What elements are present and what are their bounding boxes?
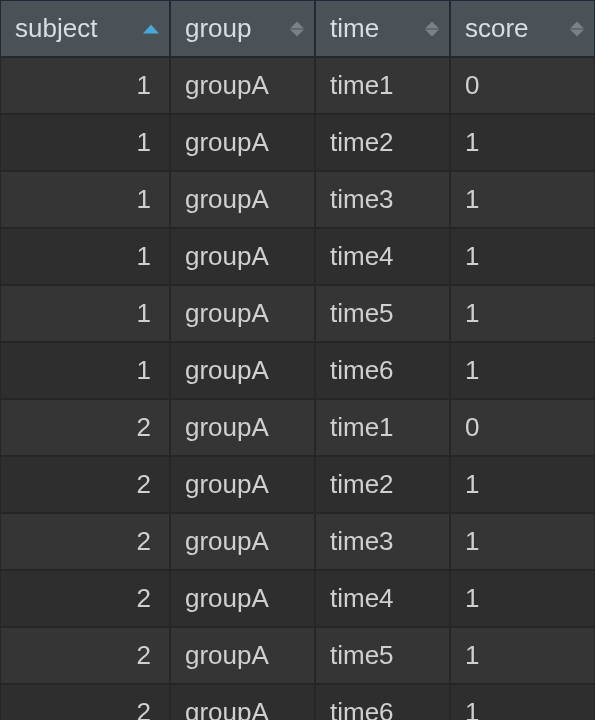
sort-icon [290, 21, 304, 36]
table-row[interactable]: 1groupAtime51 [0, 285, 595, 342]
cell-time[interactable]: time4 [315, 570, 450, 627]
sort-up-icon [425, 21, 439, 28]
sort-down-icon [290, 29, 304, 36]
cell-subject[interactable]: 2 [0, 684, 170, 720]
column-header-score[interactable]: score [450, 0, 595, 57]
cell-score[interactable]: 0 [450, 399, 595, 456]
cell-time[interactable]: time1 [315, 399, 450, 456]
cell-time[interactable]: time3 [315, 513, 450, 570]
sort-up-icon [290, 21, 304, 28]
column-label: subject [15, 13, 97, 43]
cell-group[interactable]: groupA [170, 627, 315, 684]
table-header-row: subject group time score [0, 0, 595, 57]
cell-group[interactable]: groupA [170, 456, 315, 513]
column-label: group [185, 13, 252, 43]
cell-subject[interactable]: 1 [0, 57, 170, 114]
cell-score[interactable]: 1 [450, 285, 595, 342]
sort-icon [570, 21, 584, 36]
cell-score[interactable]: 0 [450, 57, 595, 114]
cell-subject[interactable]: 1 [0, 228, 170, 285]
sort-up-icon [570, 21, 584, 28]
cell-time[interactable]: time5 [315, 285, 450, 342]
cell-group[interactable]: groupA [170, 114, 315, 171]
column-header-subject[interactable]: subject [0, 0, 170, 57]
cell-group[interactable]: groupA [170, 57, 315, 114]
cell-group[interactable]: groupA [170, 570, 315, 627]
cell-score[interactable]: 1 [450, 342, 595, 399]
cell-time[interactable]: time2 [315, 114, 450, 171]
sort-icon [425, 21, 439, 36]
cell-group[interactable]: groupA [170, 171, 315, 228]
cell-subject[interactable]: 1 [0, 114, 170, 171]
cell-subject[interactable]: 2 [0, 627, 170, 684]
table-row[interactable]: 1groupAtime31 [0, 171, 595, 228]
column-header-group[interactable]: group [170, 0, 315, 57]
cell-group[interactable]: groupA [170, 228, 315, 285]
cell-group[interactable]: groupA [170, 399, 315, 456]
column-label: score [465, 13, 529, 43]
cell-group[interactable]: groupA [170, 285, 315, 342]
table-row[interactable]: 1groupAtime21 [0, 114, 595, 171]
cell-time[interactable]: time1 [315, 57, 450, 114]
cell-time[interactable]: time3 [315, 171, 450, 228]
cell-time[interactable]: time4 [315, 228, 450, 285]
cell-score[interactable]: 1 [450, 114, 595, 171]
cell-time[interactable]: time2 [315, 456, 450, 513]
table-row[interactable]: 2groupAtime41 [0, 570, 595, 627]
cell-time[interactable]: time6 [315, 684, 450, 720]
cell-group[interactable]: groupA [170, 342, 315, 399]
column-header-time[interactable]: time [315, 0, 450, 57]
table-row[interactable]: 2groupAtime61 [0, 684, 595, 720]
table-row[interactable]: 2groupAtime31 [0, 513, 595, 570]
cell-subject[interactable]: 2 [0, 570, 170, 627]
cell-group[interactable]: groupA [170, 684, 315, 720]
cell-subject[interactable]: 1 [0, 171, 170, 228]
table-row[interactable]: 1groupAtime61 [0, 342, 595, 399]
cell-score[interactable]: 1 [450, 570, 595, 627]
cell-score[interactable]: 1 [450, 171, 595, 228]
cell-subject[interactable]: 1 [0, 285, 170, 342]
cell-score[interactable]: 1 [450, 456, 595, 513]
table-row[interactable]: 1groupAtime10 [0, 57, 595, 114]
cell-time[interactable]: time6 [315, 342, 450, 399]
cell-score[interactable]: 1 [450, 513, 595, 570]
cell-subject[interactable]: 2 [0, 399, 170, 456]
cell-score[interactable]: 1 [450, 684, 595, 720]
table-row[interactable]: 2groupAtime21 [0, 456, 595, 513]
cell-subject[interactable]: 2 [0, 456, 170, 513]
sort-down-icon [425, 29, 439, 36]
cell-score[interactable]: 1 [450, 228, 595, 285]
cell-group[interactable]: groupA [170, 513, 315, 570]
data-table: subject group time score [0, 0, 595, 720]
sort-down-icon [570, 29, 584, 36]
cell-subject[interactable]: 2 [0, 513, 170, 570]
cell-subject[interactable]: 1 [0, 342, 170, 399]
table-row[interactable]: 2groupAtime10 [0, 399, 595, 456]
table-body: 1groupAtime101groupAtime211groupAtime311… [0, 57, 595, 720]
cell-time[interactable]: time5 [315, 627, 450, 684]
sort-asc-icon [143, 24, 159, 33]
cell-score[interactable]: 1 [450, 627, 595, 684]
table-row[interactable]: 2groupAtime51 [0, 627, 595, 684]
column-label: time [330, 13, 379, 43]
table-row[interactable]: 1groupAtime41 [0, 228, 595, 285]
